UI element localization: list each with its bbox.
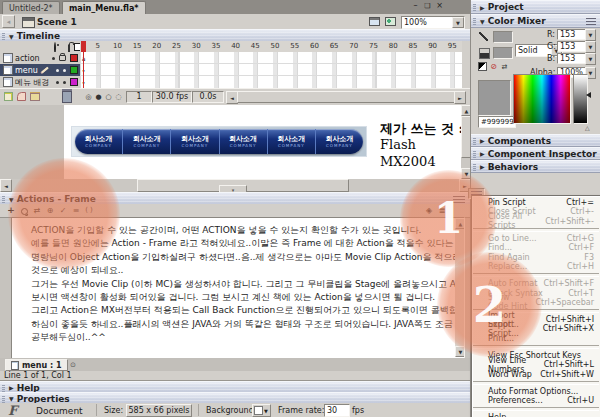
back-button[interactable]: ◂ (2, 15, 15, 28)
menu-button[interactable]: 회사소개 COMPANY (315, 129, 363, 154)
auto-format-icon[interactable]: ≡ (71, 205, 81, 215)
brightness-slider-handle[interactable] (586, 92, 591, 98)
layer-outline-color[interactable] (70, 78, 78, 86)
context-menu-item[interactable]: Find... Ctrl+F (472, 243, 600, 252)
show-code-hint-icon[interactable]: ( ) (84, 205, 94, 215)
context-menu-item[interactable]: Help (472, 413, 600, 417)
g-input[interactable]: 153 (557, 41, 587, 52)
restore-icon[interactable]: ❏ (423, 1, 432, 10)
context-menu-item[interactable] (473, 381, 599, 385)
context-menu-item[interactable]: Auto Format Options... (472, 387, 600, 396)
playhead[interactable] (81, 41, 86, 52)
layer-name[interactable]: 메뉴 배경 (15, 77, 49, 88)
center-frame-icon[interactable]: ◎ (84, 92, 93, 101)
tab-main-menu-fla[interactable]: main_Menu.fla* (62, 1, 146, 14)
stage-vscrollbar[interactable]: ▲ ▼ (461, 105, 470, 179)
context-menu-item[interactable]: Export Script... Ctrl+Shift+X (472, 324, 600, 333)
close-icon[interactable]: × (435, 1, 444, 10)
delete-layer-button[interactable] (62, 91, 72, 103)
layer-visible-dot[interactable] (52, 57, 55, 60)
edit-scene-icon[interactable] (368, 16, 381, 27)
add-statement-icon[interactable]: + (6, 205, 16, 215)
brightness-slider[interactable] (573, 74, 588, 124)
component-inspector-header[interactable]: ▶ Component Inspector (471, 147, 600, 160)
stage-scroll-left-icon[interactable]: ◄ (0, 179, 12, 192)
script-pane[interactable]: ACTION을 기입할 수 있는 공간이며, 어떤 ACTION을 넣을 수 있… (11, 217, 465, 360)
collapse-arrow-icon[interactable]: △ (585, 124, 590, 131)
fill-color-swatch[interactable] (493, 47, 513, 59)
g-spinner-icon[interactable]: ▼ (585, 41, 596, 53)
context-menu-item[interactable]: Pin Script Ctrl+= (472, 198, 600, 207)
b-input[interactable]: 153 (557, 53, 587, 64)
menu-button[interactable]: 회사소개 COMPANY (122, 129, 170, 154)
background-color-swatch[interactable]: ▼ (252, 404, 271, 417)
menu-button[interactable]: 회사소개 COMPANY (75, 129, 122, 154)
check-syntax-icon[interactable]: ✓ (58, 205, 68, 215)
find-replace-icon[interactable]: ⇄ (32, 205, 42, 215)
context-menu-item[interactable] (473, 345, 599, 349)
menu-button[interactable]: 회사소개 COMPANY (170, 129, 218, 154)
r-input[interactable]: 153 (557, 29, 587, 40)
edit-symbols-icon[interactable] (384, 16, 397, 27)
context-menu-item[interactable]: View Line Numbers Ctrl+Shift+L (472, 360, 600, 369)
behaviors-panel-header[interactable]: ▶ Behaviors (471, 160, 600, 173)
layer-lock-dot[interactable] (59, 55, 66, 61)
panel-options-icon[interactable] (453, 195, 465, 203)
context-menu-item[interactable]: Show Code Hint Ctrl+Spacebar (472, 298, 600, 307)
panel-options-icon[interactable] (586, 18, 596, 25)
frame-rate-field[interactable]: 30.0 fps (152, 91, 192, 103)
zoom-select[interactable]: 100% ▼ (401, 16, 465, 29)
insert-folder-button[interactable] (29, 92, 40, 101)
color-spectrum[interactable] (513, 74, 571, 124)
context-menu-item[interactable]: Go to Line... Ctrl+G (472, 234, 600, 243)
swap-colors-icon[interactable]: ⇄ (500, 62, 509, 71)
context-menu-item[interactable] (473, 407, 599, 411)
layer-visible-dot[interactable] (56, 81, 59, 84)
stroke-color-swatch[interactable] (493, 31, 513, 43)
frames-grid[interactable] (80, 52, 462, 89)
menu-button[interactable]: 회사소개 COMPANY (267, 129, 315, 154)
context-menu-item[interactable]: Preferences... Ctrl+U (472, 396, 600, 405)
scene-label[interactable]: Scene 1 (37, 17, 77, 27)
project-panel-header[interactable]: ▶ Project (471, 0, 600, 14)
layer-outline-color[interactable] (70, 54, 78, 62)
frame-rate-input[interactable]: 30 (324, 404, 350, 417)
size-button[interactable]: 585 x 66 pixels (126, 404, 192, 417)
script-vscrollbar[interactable]: ▲ ▼ (455, 218, 464, 357)
zoom-dropdown-icon[interactable]: ▼ (452, 17, 464, 28)
no-color-icon[interactable]: ⊘ (489, 62, 498, 71)
color-mixer-header[interactable]: ▼ Color Mixer (471, 14, 600, 28)
debug-options-icon[interactable]: ◈ (424, 205, 434, 215)
find-icon[interactable] (19, 206, 29, 216)
layer-visible-dot[interactable] (56, 69, 59, 72)
menu-bar-artwork[interactable]: 회사소개 COMPANY 회사소개 COMPANY 회사소개 COMPANY (71, 126, 367, 157)
context-menu-item[interactable]: Close All Scripts Ctrl+Shift+- (472, 217, 600, 226)
layer-lock-dot[interactable] (63, 69, 66, 72)
insert-layer-button[interactable] (3, 92, 14, 101)
r-spinner-icon[interactable]: ▼ (585, 29, 596, 41)
b-spinner-icon[interactable]: ▼ (585, 53, 596, 65)
tab-untitled-2[interactable]: Untitled-2* (2, 1, 60, 14)
default-colors-icon[interactable] (478, 62, 487, 71)
onion-skin-outline-icon[interactable]: ○ (104, 92, 113, 101)
timeline-scroll-right-icon[interactable]: ► (454, 91, 466, 104)
timeline-scrollbar[interactable] (237, 91, 455, 103)
pin-script-icon[interactable]: ⊙ (68, 360, 78, 369)
layer-name[interactable]: action (15, 54, 40, 63)
context-menu-item[interactable]: Find Again F3 (472, 252, 600, 261)
context-menu-item[interactable]: Replace... Ctrl+H (472, 262, 600, 271)
layer-lock-dot[interactable] (63, 81, 66, 84)
components-panel-header[interactable]: ▶ Components (471, 134, 600, 147)
layer-outline-color[interactable] (70, 66, 78, 74)
context-menu-item[interactable]: Word Wrap Ctrl+Shift+W (472, 369, 600, 378)
context-menu-item[interactable] (473, 273, 599, 277)
edit-multiple-frames-icon[interactable]: ◌ (114, 92, 123, 101)
onion-skin-icon[interactable]: ● (94, 92, 103, 101)
layer-name[interactable]: menu (15, 66, 38, 75)
context-menu-item[interactable]: Auto Format Ctrl+Shift+F (472, 279, 600, 288)
add-motion-guide-button[interactable] (16, 92, 27, 101)
hex-color-input[interactable]: #999999 (478, 116, 516, 128)
script-tab-menu[interactable]: menu : 1 (5, 359, 68, 371)
view-options-icon[interactable]: ≣ (437, 205, 447, 215)
minimize-icon[interactable]: – (411, 1, 420, 10)
